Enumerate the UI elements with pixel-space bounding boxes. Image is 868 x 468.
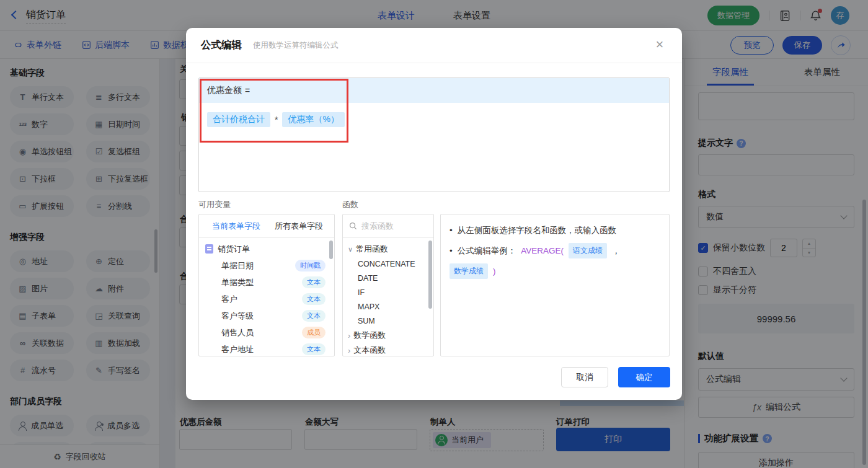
function-item[interactable]: IF: [343, 285, 433, 299]
formula-field-chip[interactable]: 优惠率（%）: [282, 112, 344, 127]
tab-current-form-fields[interactable]: 当前表单字段: [212, 221, 260, 232]
formula-target-row: 优惠金额 =: [199, 78, 669, 103]
field-type-badge: 时间戳: [295, 260, 326, 272]
field-type-badge: 文本: [302, 293, 326, 305]
function-item[interactable]: DATE: [343, 271, 433, 285]
tip-line-2: 公式编辑举例： AVERAGE( 语文成绩 ， 数学成绩 ): [450, 243, 660, 279]
cancel-button[interactable]: 取消: [561, 367, 608, 387]
field-type-badge: 成员: [302, 327, 326, 338]
tree-node-form[interactable]: 销货订单: [199, 241, 334, 257]
formula-expression[interactable]: 合计价税合计 * 优惠率（%）: [199, 103, 669, 136]
variables-label: 可用变量: [198, 199, 231, 210]
modal-title: 公式编辑: [201, 38, 242, 52]
tree-node-field[interactable]: 客户地址 文本: [199, 341, 334, 356]
variables-panel: 当前表单字段 所有表单字段 销货订单 单据日期 时间戳 单据类型 文本 客户: [198, 214, 335, 356]
tree-node-field[interactable]: 单据类型 文本: [199, 274, 334, 291]
formula-editor[interactable]: 优惠金额 = 合计价税合计 * 优惠率（%）: [198, 77, 670, 192]
formula-field-chip[interactable]: 合计价税合计: [207, 112, 270, 127]
variables-tree: 销货订单 单据日期 时间戳 单据类型 文本 客户 文本 客户等级 文本: [199, 238, 334, 356]
field-type-badge: 文本: [302, 276, 326, 288]
function-search-input[interactable]: [361, 221, 423, 231]
function-group-common[interactable]: 常用函数: [343, 242, 433, 257]
close-icon[interactable]: [651, 36, 668, 53]
field-type-badge: 文本: [302, 343, 326, 355]
caret-down-icon: [348, 245, 353, 254]
functions-panel: 常用函数 CONCATENATE DATE IF MAPX SUM 数学函数 文…: [342, 214, 434, 356]
function-group-text[interactable]: 文本函数: [343, 343, 433, 356]
tree-node-field[interactable]: 客户 文本: [199, 291, 334, 307]
function-group-math[interactable]: 数学函数: [343, 328, 433, 343]
tip-line-1: 从左侧面板选择字段名和函数，或输入函数: [450, 224, 660, 237]
form-designer-screen: 销货订单 表单设计 表单设置 数据管理 存: [0, 0, 868, 468]
function-item[interactable]: SUM: [343, 314, 433, 328]
tips-panel: 从左侧面板选择字段名和函数，或输入函数 公式编辑举例： AVERAGE( 语文成…: [440, 214, 670, 356]
confirm-button[interactable]: 确定: [618, 367, 670, 387]
formula-target-field: 优惠金额: [207, 85, 242, 96]
formula-edit-modal: 公式编辑 使用数学运算符编辑公式 优惠金额 = 合计价税合计 * 优惠率（%） …: [186, 28, 682, 400]
caret-right-icon: [348, 346, 350, 355]
example-function-open: AVERAGE(: [521, 244, 564, 257]
functions-label: 函数: [342, 199, 358, 210]
function-item[interactable]: MAPX: [343, 299, 433, 314]
variables-scrollbar[interactable]: [329, 241, 333, 259]
bullet-icon: [450, 244, 453, 257]
function-item[interactable]: CONCATENATE: [343, 257, 433, 271]
variables-tabs: 当前表单字段 所有表单字段: [199, 214, 334, 238]
example-function-close: ): [493, 265, 496, 278]
caret-right-icon: [348, 331, 350, 340]
tree-node-field[interactable]: 单据日期 时间戳: [199, 257, 334, 274]
functions-tree: 常用函数 CONCATENATE DATE IF MAPX SUM 数学函数 文…: [343, 238, 433, 356]
tree-node-field[interactable]: 销售人员 成员: [199, 324, 334, 341]
tab-all-form-fields[interactable]: 所有表单字段: [275, 221, 323, 232]
search-icon: [349, 222, 357, 230]
example-field-chip: 数学成绩: [450, 263, 488, 279]
example-separator: ，: [612, 244, 621, 257]
tree-node-field[interactable]: 客户等级 文本: [199, 307, 334, 324]
example-field-chip: 语文成绩: [569, 243, 607, 258]
field-type-badge: 文本: [302, 310, 326, 322]
modal-subtitle: 使用数学运算符编辑公式: [253, 40, 339, 51]
bullet-icon: [450, 224, 453, 237]
equals-sign: =: [245, 86, 250, 95]
function-search[interactable]: [343, 214, 433, 238]
multiply-operator: *: [275, 115, 278, 125]
modal-header: 公式编辑 使用数学运算符编辑公式: [186, 28, 682, 63]
form-document-icon: [205, 244, 213, 254]
functions-scrollbar[interactable]: [428, 241, 432, 309]
